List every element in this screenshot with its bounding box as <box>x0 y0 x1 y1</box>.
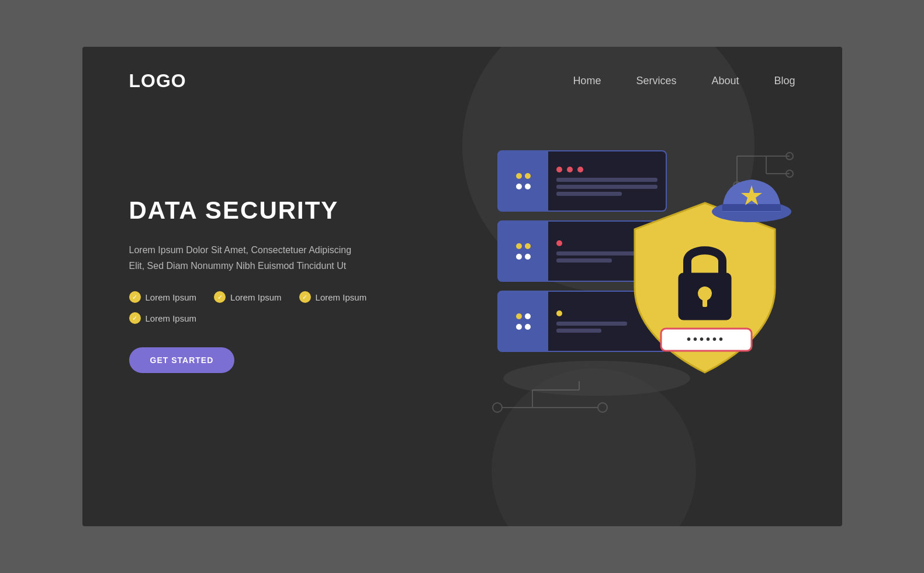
dot-w-3 <box>525 313 531 319</box>
nav-item-home[interactable]: Home <box>573 75 601 87</box>
dot-y-2 <box>525 243 531 249</box>
server-1-indicator-dots <box>556 167 657 172</box>
hero-title: DATA SECURITY <box>129 196 445 225</box>
feature-item-3: ✓ Lorem Ipsum <box>299 291 367 303</box>
server-3-left <box>499 292 548 351</box>
feature-item-2: ✓ Lorem Ipsum <box>214 291 282 303</box>
feature-label-4: Lorem Ipsum <box>146 313 197 323</box>
server-1-dots-top <box>516 173 531 179</box>
left-section: DATA SECURITY Lorem Ipsum Dolor Sit Amet… <box>129 196 445 373</box>
illustration-section: •••••• <box>468 139 795 431</box>
server-bar-2 <box>556 185 657 189</box>
server-bar-1 <box>556 178 657 182</box>
dot-w-2 <box>525 254 531 260</box>
dot-y-3 <box>516 313 522 319</box>
server-2-left <box>499 222 548 281</box>
check-icon-4: ✓ <box>129 312 141 324</box>
dot-yellow-2 <box>525 173 531 179</box>
circuit-lines-icon <box>486 372 638 419</box>
feature-label-3: Lorem Ipsum <box>316 292 367 302</box>
nav-item-services[interactable]: Services <box>636 75 676 87</box>
check-icon-1: ✓ <box>129 291 141 303</box>
svg-point-0 <box>493 403 502 412</box>
police-hat-icon <box>711 168 793 226</box>
server-3-dots-bottom <box>516 324 531 330</box>
server-bar-6 <box>556 322 627 326</box>
dot-w-4 <box>516 324 522 330</box>
features-list: ✓ Lorem Ipsum ✓ Lorem Ipsum ✓ Lorem Ipsu… <box>129 291 445 324</box>
hero-description: Lorem Ipsum Dolor Sit Amet, Consectetuer… <box>129 242 445 274</box>
indicator-dot-3 <box>577 167 583 172</box>
logo: LOGO <box>129 70 186 92</box>
ind-dot-1 <box>556 240 562 246</box>
svg-text:••••••: •••••• <box>686 333 725 346</box>
svg-point-6 <box>598 403 607 412</box>
get-started-button[interactable]: GET STARTED <box>129 347 235 373</box>
server-1-dots-bottom <box>516 184 531 189</box>
feature-item-4: ✓ Lorem Ipsum <box>129 312 197 324</box>
nav-item-about[interactable]: About <box>711 75 739 87</box>
server-bar-7 <box>556 329 602 333</box>
nav: Home Services About Blog <box>573 75 795 87</box>
dot-y-1 <box>516 243 522 249</box>
server-2-dots-bottom <box>516 254 531 260</box>
svg-rect-22 <box>722 204 781 211</box>
dot-w-1 <box>516 254 522 260</box>
nav-item-blog[interactable]: Blog <box>774 75 795 87</box>
server-3-dots-top <box>516 313 531 319</box>
feature-label-1: Lorem Ipsum <box>146 292 197 302</box>
server-bar-3 <box>556 192 622 196</box>
feature-item-1: ✓ Lorem Ipsum <box>129 291 197 303</box>
dot-yellow-1 <box>516 173 522 179</box>
server-1-left <box>499 151 548 210</box>
ind-dot-y-1 <box>556 310 562 316</box>
indicator-dot-2 <box>567 167 573 172</box>
server-2-dots-top <box>516 243 531 249</box>
check-icon-3: ✓ <box>299 291 311 303</box>
page-container: LOGO Home Services About Blog DATA SECUR… <box>82 47 842 526</box>
dot-w-5 <box>525 324 531 330</box>
check-icon-2: ✓ <box>214 291 226 303</box>
indicator-dot-1 <box>556 167 562 172</box>
dot-white-2 <box>525 184 531 189</box>
main-content: DATA SECURITY Lorem Ipsum Dolor Sit Amet… <box>82 103 842 466</box>
dot-white-1 <box>516 184 522 189</box>
header: LOGO Home Services About Blog <box>82 47 842 103</box>
server-bar-5 <box>556 258 612 263</box>
svg-rect-18 <box>702 296 707 307</box>
feature-label-2: Lorem Ipsum <box>230 292 282 302</box>
